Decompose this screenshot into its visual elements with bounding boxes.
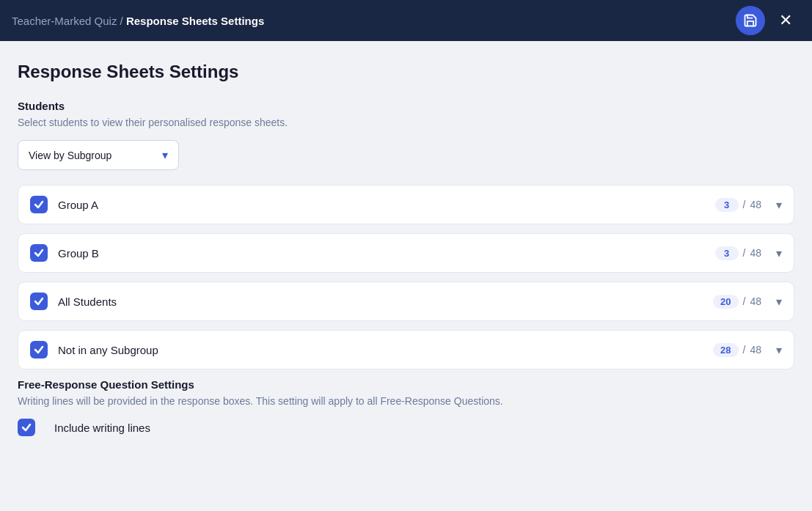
save-button[interactable] bbox=[736, 6, 765, 35]
count-separator-3: / bbox=[743, 344, 746, 356]
chevron-down-icon-row-3: ▾ bbox=[776, 343, 782, 357]
include-writing-checkbox[interactable] bbox=[18, 419, 35, 436]
chevron-down-icon-row-1: ▾ bbox=[776, 246, 782, 260]
topbar: Teacher-Marked Quiz / Response Sheets Se… bbox=[0, 0, 812, 41]
count-total-3: 48 bbox=[750, 344, 761, 356]
include-writing-label: Include writing lines bbox=[54, 422, 150, 434]
students-section: Students Select students to view their p… bbox=[18, 100, 794, 370]
chevron-down-icon-row-2: ▾ bbox=[776, 295, 782, 309]
group-label-3: Not in any Subgroup bbox=[58, 344, 713, 356]
count-separator-1: / bbox=[743, 247, 746, 259]
count-separator-2: / bbox=[743, 295, 746, 307]
main-content: Response Sheets Settings Students Select… bbox=[0, 41, 812, 511]
free-response-section: Free-Response Question Settings Writing … bbox=[18, 378, 794, 436]
count-badge-3: 28 bbox=[713, 343, 738, 357]
group-checkbox-3[interactable] bbox=[30, 341, 48, 359]
free-response-subtitle: Writing lines will be provided in the re… bbox=[18, 395, 794, 407]
group-count-1: 3 / 48 bbox=[715, 246, 761, 260]
chevron-down-icon: ▾ bbox=[162, 148, 168, 162]
group-row[interactable]: Not in any Subgroup 28 / 48 ▾ bbox=[18, 330, 794, 370]
group-label-0: Group A bbox=[58, 199, 715, 211]
group-count-2: 20 / 48 bbox=[713, 295, 761, 309]
app-container: Teacher-Marked Quiz / Response Sheets Se… bbox=[0, 0, 812, 511]
topbar-actions: ✕ bbox=[736, 6, 800, 35]
page-title: Response Sheets Settings bbox=[18, 62, 794, 82]
dropdown-value: View by Subgroup bbox=[29, 150, 111, 161]
free-response-title: Free-Response Question Settings bbox=[18, 378, 794, 391]
group-row[interactable]: Group B 3 / 48 ▾ bbox=[18, 233, 794, 273]
close-button[interactable]: ✕ bbox=[771, 6, 800, 35]
chevron-down-icon-row-0: ▾ bbox=[776, 198, 782, 212]
breadcrumb: Teacher-Marked Quiz / Response Sheets Se… bbox=[12, 15, 736, 27]
include-writing-row[interactable]: Include writing lines bbox=[18, 419, 794, 436]
students-section-subtitle: Select students to view their personalis… bbox=[18, 117, 794, 128]
group-count-0: 3 / 48 bbox=[715, 198, 761, 212]
count-badge-1: 3 bbox=[715, 246, 739, 260]
count-total-2: 48 bbox=[750, 295, 761, 307]
count-total-1: 48 bbox=[750, 247, 761, 259]
count-separator-0: / bbox=[743, 199, 746, 210]
count-total-0: 48 bbox=[750, 199, 761, 210]
group-rows-container: Group A 3 / 48 ▾ Group B 3 / 48 ▾ bbox=[18, 185, 794, 370]
group-label-1: Group B bbox=[58, 247, 715, 260]
count-badge-2: 20 bbox=[713, 295, 738, 309]
group-checkbox-2[interactable] bbox=[30, 293, 48, 310]
group-row[interactable]: All Students 20 / 48 ▾ bbox=[18, 282, 794, 321]
breadcrumb-current: Response Sheets Settings bbox=[126, 15, 264, 27]
group-count-3: 28 / 48 bbox=[713, 343, 761, 357]
group-label-2: All Students bbox=[58, 295, 713, 308]
group-checkbox-1[interactable] bbox=[30, 244, 48, 262]
breadcrumb-prefix: Teacher-Marked Quiz / bbox=[12, 15, 126, 27]
view-by-subgroup-dropdown[interactable]: View by Subgroup ▾ bbox=[18, 140, 179, 170]
count-badge-0: 3 bbox=[715, 198, 739, 212]
group-row[interactable]: Group A 3 / 48 ▾ bbox=[18, 185, 794, 224]
group-checkbox-0[interactable] bbox=[30, 196, 48, 213]
students-section-title: Students bbox=[18, 100, 794, 112]
